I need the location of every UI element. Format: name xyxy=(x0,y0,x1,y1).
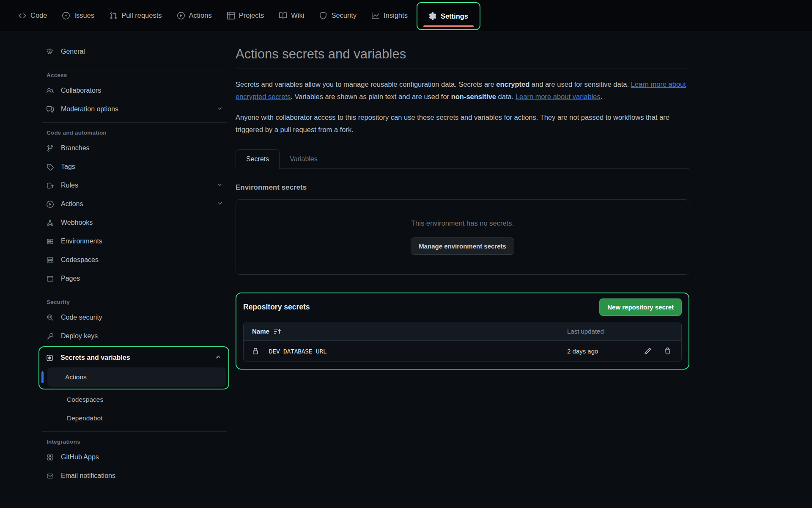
repo-tab-bar: Code Issues Pull requests Actions Projec… xyxy=(0,0,812,31)
sidebar-item-collaborators[interactable]: Collaborators xyxy=(42,81,227,100)
tab-actions[interactable]: Actions xyxy=(171,0,218,31)
secrets-variables-tabs: Secrets Variables xyxy=(236,149,689,169)
selected-accent-bar xyxy=(41,371,44,383)
edit-secret-button[interactable] xyxy=(644,348,651,355)
apps-grid-icon xyxy=(47,454,54,461)
graph-icon xyxy=(372,12,379,19)
tab-projects[interactable]: Projects xyxy=(221,0,271,31)
page-body: General Access Collaborators Moderation … xyxy=(0,31,812,508)
intro-text: Secrets and variables allow you to manag… xyxy=(236,80,496,88)
play-icon xyxy=(47,201,54,208)
tab-code-label: Code xyxy=(30,11,47,19)
intro-paragraph-2: Anyone with collaborator access to this … xyxy=(236,111,689,136)
gear-icon xyxy=(47,48,54,55)
tab-settings-label: Settings xyxy=(441,12,468,20)
sidebar-item-branches[interactable]: Branches xyxy=(42,139,227,157)
book-icon xyxy=(279,12,287,19)
tab-wiki[interactable]: Wiki xyxy=(273,0,310,31)
sidebar-section-access: Access xyxy=(42,72,227,78)
annotation-repository-secrets: Repository secrets New repository secret… xyxy=(236,293,689,370)
sidebar-item-email-notifications-label: Email notifications xyxy=(61,472,115,480)
main-content: Actions secrets and variables Secrets an… xyxy=(227,31,689,508)
link-learn-more-variables[interactable]: Learn more about variables xyxy=(516,93,601,100)
sidebar-item-secrets-dependabot-label: Dependabot xyxy=(67,414,102,422)
tab-issues[interactable]: Issues xyxy=(56,0,101,31)
sidebar-item-secrets-actions[interactable]: Actions xyxy=(41,367,226,387)
sidebar-item-moderation-options[interactable]: Moderation options xyxy=(42,100,227,119)
people-icon xyxy=(47,87,54,94)
tab-security[interactable]: Security xyxy=(313,0,363,31)
sidebar-item-secrets-codespaces[interactable]: Codespaces xyxy=(42,390,227,409)
tab-code[interactable]: Code xyxy=(12,0,53,31)
sidebar-item-deploy-keys[interactable]: Deploy keys xyxy=(42,327,227,345)
sidebar-item-codespaces-label: Codespaces xyxy=(61,256,99,264)
sidebar-item-actions-label: Actions xyxy=(61,200,83,208)
column-header-name: Name xyxy=(252,328,269,335)
tab-variables[interactable]: Variables xyxy=(280,150,328,168)
repository-secrets-table: Name Last updated DEV_DATABASE_URL xyxy=(243,322,682,362)
sidebar-item-environments[interactable]: Environments xyxy=(42,232,227,251)
sidebar-item-code-security[interactable]: Code security xyxy=(42,308,227,327)
tab-settings[interactable]: Settings xyxy=(427,12,470,20)
sidebar-item-deploy-keys-label: Deploy keys xyxy=(61,332,98,340)
sidebar-item-actions[interactable]: Actions xyxy=(42,195,227,213)
intro-text: data. xyxy=(496,93,516,100)
annotation-settings-tab: Settings xyxy=(417,2,480,30)
sidebar-item-codespaces[interactable]: Codespaces xyxy=(42,251,227,269)
sort-ascending-icon[interactable] xyxy=(274,328,281,335)
sidebar-item-environments-label: Environments xyxy=(61,237,102,245)
column-header-last-updated: Last updated xyxy=(567,328,604,335)
sidebar-section-code-and-automation: Code and automation xyxy=(42,130,227,136)
sidebar-item-general[interactable]: General xyxy=(42,42,227,61)
sidebar-item-tags[interactable]: Tags xyxy=(42,157,227,176)
sidebar-item-webhooks[interactable]: Webhooks xyxy=(42,213,227,232)
repository-secrets-heading: Repository secrets xyxy=(243,303,310,312)
tab-secrets[interactable]: Secrets xyxy=(236,149,280,169)
tab-insights[interactable]: Insights xyxy=(365,0,414,31)
sidebar-item-pages-label: Pages xyxy=(61,275,80,282)
intro-bold-encrypted: encrypted xyxy=(496,80,529,88)
sidebar-item-secrets-and-variables-label: Secrets and variables xyxy=(60,354,130,362)
sidebar-item-email-notifications[interactable]: Email notifications xyxy=(42,467,227,485)
settings-sidebar: General Access Collaborators Moderation … xyxy=(0,31,227,508)
sidebar-divider xyxy=(42,431,227,432)
intro-text: . Variables are shown as plain text and … xyxy=(291,93,451,100)
manage-environment-secrets-button[interactable]: Manage environment secrets xyxy=(411,237,514,255)
delete-secret-button[interactable] xyxy=(664,348,671,355)
gear-icon xyxy=(429,12,436,20)
server-icon xyxy=(47,238,54,245)
chevron-down-icon xyxy=(217,200,223,208)
tab-pull-requests[interactable]: Pull requests xyxy=(103,0,168,31)
tab-insights-label: Insights xyxy=(384,11,408,19)
table-header-row: Name Last updated xyxy=(244,322,681,340)
pencil-icon xyxy=(644,348,651,355)
sidebar-item-branches-label: Branches xyxy=(61,144,90,152)
chevron-up-icon xyxy=(215,354,222,362)
sidebar-item-pages[interactable]: Pages xyxy=(42,269,227,288)
sidebar-item-code-security-label: Code security xyxy=(61,314,102,321)
table-icon xyxy=(227,12,235,19)
intro-text: and are used for sensitive data. xyxy=(529,80,631,88)
sidebar-item-github-apps[interactable]: GitHub Apps xyxy=(42,448,227,467)
secret-name: DEV_DATABASE_URL xyxy=(269,348,326,355)
tab-wiki-label: Wiki xyxy=(291,11,304,19)
new-repository-secret-button[interactable]: New repository secret xyxy=(599,298,682,316)
lock-icon xyxy=(252,348,259,355)
sidebar-item-secrets-dependabot[interactable]: Dependabot xyxy=(42,409,227,428)
intro-bold-non-sensitive: non-sensitive xyxy=(451,93,496,100)
page-title: Actions secrets and variables xyxy=(236,47,689,69)
tab-pull-requests-label: Pull requests xyxy=(121,11,162,19)
git-pull-request-icon xyxy=(110,12,117,19)
environment-secrets-heading: Environment secrets xyxy=(236,183,689,192)
sidebar-item-rules[interactable]: Rules xyxy=(42,176,227,195)
sidebar-divider xyxy=(42,65,227,65)
sidebar-item-github-apps-label: GitHub Apps xyxy=(61,453,99,461)
sidebar-item-tags-label: Tags xyxy=(61,163,75,171)
sidebar-item-secrets-and-variables[interactable]: Secrets and variables xyxy=(41,348,226,367)
environment-secrets-empty-message: This environment has no secrets. xyxy=(411,219,514,227)
sidebar-divider xyxy=(42,292,227,292)
tab-projects-label: Projects xyxy=(239,11,264,19)
sidebar-item-general-label: General xyxy=(61,48,85,55)
mail-icon xyxy=(47,472,54,480)
environment-secrets-panel: This environment has no secrets. Manage … xyxy=(236,199,689,275)
